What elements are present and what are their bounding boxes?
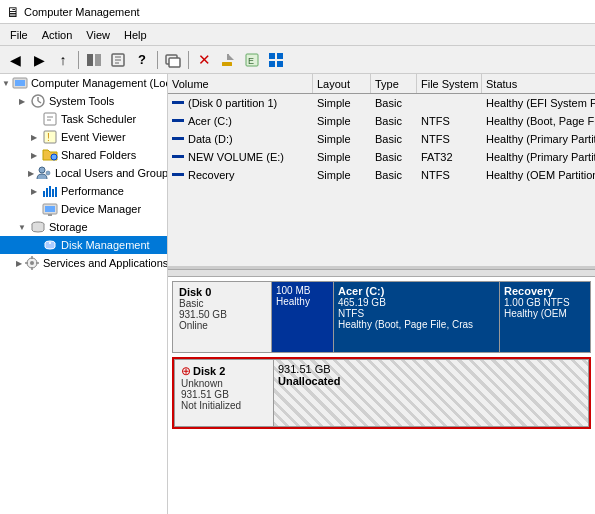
services-icon xyxy=(24,255,40,271)
disk0-info: Disk 0 Basic 931.50 GB Online xyxy=(172,281,272,353)
toolbar-new-window[interactable] xyxy=(162,49,184,71)
table-row[interactable]: Data (D:) Simple Basic NTFS Healthy (Pri… xyxy=(168,130,595,148)
shared-expand: ▶ xyxy=(28,149,40,161)
system-tools-icon xyxy=(30,93,46,109)
dash-icon-2 xyxy=(172,137,184,140)
toolbar-view[interactable] xyxy=(265,49,287,71)
toolbar: ◀ ▶ ↑ ? ✕ E xyxy=(0,46,595,74)
tree-storage[interactable]: ▼ Storage xyxy=(0,218,167,236)
td-fs-4: NTFS xyxy=(417,166,482,183)
view-icon xyxy=(268,52,284,68)
left-panel: ▼ Computer Management (Local ▶ System To… xyxy=(0,74,168,514)
perf-expand: ▶ xyxy=(28,185,40,197)
table-row[interactable]: NEW VOLUME (E:) Simple Basic FAT32 Healt… xyxy=(168,148,595,166)
svg-rect-14 xyxy=(277,53,283,59)
right-panel: Volume Layout Type File System Status (D… xyxy=(168,74,595,514)
tree-local-users[interactable]: ▶ Local Users and Groups xyxy=(0,164,167,182)
svg-point-28 xyxy=(39,167,45,173)
td-type-2: Basic xyxy=(371,130,417,147)
p2-unalloc-size: 931.51 GB xyxy=(278,363,584,375)
disk-view: Disk 0 Basic 931.50 GB Online 100 MB Hea… xyxy=(168,277,595,514)
tree-shared-folders[interactable]: ▶ Shared Folders xyxy=(0,146,167,164)
partition-disk0-recovery[interactable]: Recovery 1.00 GB NTFS Healthy (OEM xyxy=(500,282,590,352)
toolbar-show-hide[interactable] xyxy=(83,49,105,71)
td-type-0: Basic xyxy=(371,94,417,111)
svg-rect-36 xyxy=(45,206,55,212)
svg-rect-13 xyxy=(269,53,275,59)
tree-disk-management[interactable]: Disk Management xyxy=(0,236,167,254)
shared-folders-icon xyxy=(42,147,58,163)
table-row[interactable]: Acer (C:) Simple Basic NTFS Healthy (Boo… xyxy=(168,112,595,130)
td-layout-4: Simple xyxy=(313,166,371,183)
table-row[interactable]: Recovery Simple Basic NTFS Healthy (OEM … xyxy=(168,166,595,184)
svg-rect-34 xyxy=(55,187,57,197)
volume-table-container: Volume Layout Type File System Status (D… xyxy=(168,74,595,269)
performance-label: Performance xyxy=(61,185,124,197)
local-users-expand: ▶ xyxy=(28,167,34,179)
disk-row-2: ⊕ Disk 2 Unknown 931.51 GB Not Initializ… xyxy=(172,357,591,429)
td-status-0: Healthy (EFI System Partitio xyxy=(482,94,595,111)
svg-text:!: ! xyxy=(47,132,50,143)
p0-sys-size: 100 MB xyxy=(276,285,329,296)
panel-divider[interactable] xyxy=(168,269,595,277)
toolbar-properties[interactable] xyxy=(107,49,129,71)
tree-root[interactable]: ▼ Computer Management (Local xyxy=(0,74,167,92)
title-bar-icon: 🖥 xyxy=(6,4,20,20)
disk-mgmt-expand xyxy=(28,239,40,251)
toolbar-export[interactable]: E xyxy=(241,49,263,71)
device-manager-label: Device Manager xyxy=(61,203,141,215)
menu-help[interactable]: Help xyxy=(118,27,153,43)
td-layout-2: Simple xyxy=(313,130,371,147)
toolbar-forward[interactable]: ▶ xyxy=(28,49,50,71)
partition-disk2-unalloc[interactable]: 931.51 GB Unallocated xyxy=(274,360,588,426)
table-body: (Disk 0 partition 1) Simple Basic Health… xyxy=(168,94,595,268)
col-header-volume[interactable]: Volume xyxy=(168,74,313,93)
tree-system-tools[interactable]: ▶ System Tools xyxy=(0,92,167,110)
system-tools-expand: ▶ xyxy=(16,95,28,107)
shared-folders-label: Shared Folders xyxy=(61,149,136,161)
disk2-name: Disk 2 xyxy=(193,365,225,377)
svg-point-42 xyxy=(30,261,34,265)
prop-icon xyxy=(110,52,126,68)
col-header-type[interactable]: Type xyxy=(371,74,417,93)
table-row[interactable]: (Disk 0 partition 1) Simple Basic Health… xyxy=(168,94,595,112)
col-header-layout[interactable]: Layout xyxy=(313,74,371,93)
disk2-name-row: ⊕ Disk 2 xyxy=(181,364,267,378)
tree-event-viewer[interactable]: ▶ ! Event Viewer xyxy=(0,128,167,146)
td-volume-4: Recovery xyxy=(168,166,313,183)
p0-acer-status: Healthy (Boot, Page File, Cras xyxy=(338,319,495,330)
storage-label: Storage xyxy=(49,221,88,233)
tree-task-scheduler[interactable]: Task Scheduler xyxy=(0,110,167,128)
toolbar-delete[interactable]: ✕ xyxy=(193,49,215,71)
task-scheduler-label: Task Scheduler xyxy=(61,113,136,125)
toolbar-up[interactable]: ↑ xyxy=(52,49,74,71)
tree-services[interactable]: ▶ Services and Applications xyxy=(0,254,167,272)
menu-view[interactable]: View xyxy=(80,27,116,43)
menu-action[interactable]: Action xyxy=(36,27,79,43)
disk2-type: Unknown xyxy=(181,378,267,389)
disk-management-label: Disk Management xyxy=(61,239,150,251)
col-header-fs[interactable]: File System xyxy=(417,74,482,93)
event-viewer-expand: ▶ xyxy=(28,131,40,143)
td-volume-3: NEW VOLUME (E:) xyxy=(168,148,313,165)
partition-disk0-acer[interactable]: Acer (C:) 465.19 GB NTFS Healthy (Boot, … xyxy=(334,282,500,352)
services-expand: ▶ xyxy=(16,257,22,269)
svg-rect-22 xyxy=(44,113,56,125)
event-viewer-label: Event Viewer xyxy=(61,131,126,143)
tree-icon xyxy=(86,52,102,68)
svg-rect-30 xyxy=(43,191,45,197)
toolbar-help[interactable]: ? xyxy=(131,49,153,71)
dash-icon-4 xyxy=(172,173,184,176)
disk-mgmt-icon xyxy=(42,237,58,253)
col-header-status[interactable]: Status xyxy=(482,74,595,93)
td-status-1: Healthy (Boot, Page File, Cr xyxy=(482,112,595,129)
p0-rec-status: Healthy (OEM xyxy=(504,308,586,319)
toolbar-rename[interactable] xyxy=(217,49,239,71)
svg-rect-8 xyxy=(222,62,232,66)
perf-icon xyxy=(42,183,58,199)
menu-file[interactable]: File xyxy=(4,27,34,43)
partition-disk0-system[interactable]: 100 MB Healthy xyxy=(272,282,334,352)
toolbar-back[interactable]: ◀ xyxy=(4,49,26,71)
tree-device-manager[interactable]: Device Manager xyxy=(0,200,167,218)
tree-performance[interactable]: ▶ Performance xyxy=(0,182,167,200)
